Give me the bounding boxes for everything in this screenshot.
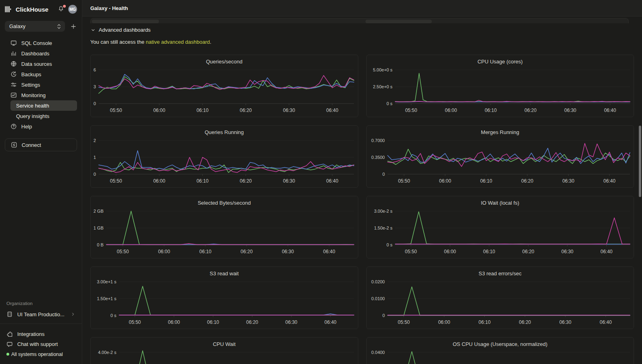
organization-switcher[interactable]: UI Team Productio...	[5, 311, 77, 317]
notifications-button[interactable]	[58, 6, 65, 13]
svg-text:06:20: 06:20	[524, 108, 536, 113]
chat-support-label: Chat with support	[17, 341, 58, 347]
chart-panel-cpu-usage-cores[interactable]: CPU Usage (cores)0 s2.50e+0 s5.00e+0 s05…	[366, 55, 634, 117]
svg-text:5.00e+0 s: 5.00e+0 s	[373, 67, 392, 72]
partially-scrolled-card	[90, 18, 629, 23]
svg-text:3.00e+1 s: 3.00e+1 s	[97, 279, 116, 284]
svg-text:06:30: 06:30	[285, 319, 297, 325]
chart-panel-merges-running[interactable]: Merges Running00.35000.700005:5006:0006:…	[366, 125, 634, 188]
svg-text:06:30: 06:30	[559, 319, 571, 325]
sidebar-item-label: Backups	[21, 71, 41, 77]
add-service-button[interactable]	[70, 23, 77, 30]
svg-text:06:00: 06:00	[153, 108, 165, 113]
svg-text:06:30: 06:30	[564, 108, 576, 113]
svg-text:06:10: 06:10	[199, 249, 211, 254]
svg-text:6: 6	[93, 67, 96, 72]
svg-text:06:20: 06:20	[241, 249, 253, 254]
backups-icon	[10, 71, 17, 77]
chart-panel-queries-second[interactable]: Queries/second03605:5006:0006:1006:2006:…	[90, 55, 358, 117]
chart-panel-io-wait-local-fs[interactable]: IO Wait (local fs)0 s1.50e-2 s3.00e-2 s0…	[366, 196, 634, 258]
organization-name: UI Team Productio...	[17, 311, 65, 317]
chart-panel-selected-bytes-second[interactable]: Selected Bytes/second0 B1 GB2 GB05:5006:…	[90, 196, 358, 258]
chart-canvas: 00.01000.020005:5006:0006:1006:2006:3006…	[367, 267, 634, 329]
connect-button[interactable]: Connect	[5, 138, 77, 151]
connect-icon	[11, 142, 17, 148]
sidebar-item-backups[interactable]: Backups	[5, 69, 77, 79]
sidebar-item-sql-console[interactable]: SQL Console	[5, 38, 77, 48]
advanced-dashboards-toggle[interactable]: Advanced dashboards	[90, 27, 634, 33]
status-dot-icon	[6, 353, 9, 356]
chart-panel-queries-running[interactable]: Queries Running01205:5006:0006:1006:2006…	[90, 125, 358, 188]
advanced-dashboards-label: Advanced dashboards	[99, 27, 150, 33]
sidebar-item-integrations[interactable]: Integrations	[5, 329, 77, 339]
svg-text:06:00: 06:00	[158, 249, 170, 254]
system-status-link[interactable]: All systems operational	[5, 349, 77, 359]
svg-text:06:40: 06:40	[324, 319, 336, 325]
svg-text:06:10: 06:10	[484, 108, 496, 113]
native-advanced-dashboard-link[interactable]: native advanced dashboard	[146, 39, 210, 45]
chart-panel-os-cpu-usage-userspace-normalized[interactable]: OS CPU Usage (Userspace, normalized)00.0…	[366, 337, 634, 364]
svg-text:06:40: 06:40	[604, 108, 616, 113]
page-title: Galaxy - Health	[90, 5, 128, 11]
notice-suffix: .	[210, 39, 211, 45]
svg-text:0: 0	[93, 172, 96, 177]
svg-text:1: 1	[93, 155, 96, 160]
svg-text:0.7000: 0.7000	[371, 138, 385, 143]
svg-text:06:20: 06:20	[522, 249, 534, 254]
data-sources-icon	[10, 61, 17, 67]
sidebar-item-dashboards[interactable]: Dashboards	[5, 48, 77, 59]
svg-text:0 B: 0 B	[97, 242, 104, 247]
vertical-scrollbar-thumb[interactable]	[639, 126, 641, 197]
svg-text:06:10: 06:10	[483, 249, 495, 254]
sidebar-item-label: Query insights	[16, 113, 49, 119]
svg-text:0: 0	[93, 101, 96, 106]
svg-text:0 s: 0 s	[110, 313, 116, 318]
avatar[interactable]: MG	[68, 5, 77, 14]
sidebar-item-label: Service health	[16, 103, 49, 109]
advanced-dashboard-notice: You can still access the native advanced…	[90, 39, 634, 45]
monitoring-icon	[10, 92, 17, 98]
svg-text:06:20: 06:20	[519, 319, 531, 325]
organization-heading: Organization	[6, 301, 77, 306]
chart-canvas: 03605:5006:0006:1006:2006:3006:40	[91, 55, 358, 117]
chat-bubble-icon	[6, 341, 13, 348]
svg-text:06:40: 06:40	[603, 178, 615, 184]
svg-text:06:10: 06:10	[207, 319, 219, 325]
svg-text:06:00: 06:00	[153, 178, 165, 184]
service-selector[interactable]: Galaxy	[5, 21, 65, 32]
brand-name: ClickHouse	[16, 6, 49, 13]
chart-canvas: 0 s1.50e-2 s3.00e-2 s05:5006:0006:1006:2…	[367, 196, 634, 258]
svg-text:05:50: 05:50	[398, 319, 410, 325]
sidebar-item-query-insights[interactable]: Query insights	[10, 111, 77, 121]
dashboards-icon	[10, 50, 17, 57]
svg-text:2: 2	[93, 138, 96, 143]
sidebar-item-service-health[interactable]: Service health	[10, 100, 77, 111]
connect-label: Connect	[22, 142, 41, 148]
svg-text:1.50e+1 s: 1.50e+1 s	[97, 296, 116, 301]
sidebar-item-help[interactable]: Help	[5, 121, 77, 132]
plus-icon	[70, 23, 77, 30]
svg-text:3.00e-2 s: 3.00e-2 s	[374, 209, 392, 214]
svg-text:06:10: 06:10	[197, 178, 209, 184]
sidebar-item-data-sources[interactable]: Data sources	[5, 59, 77, 69]
svg-text:06:30: 06:30	[562, 178, 574, 184]
chart-panel-s3-read-wait[interactable]: S3 read wait0 s1.50e+1 s3.00e+1 s05:5006…	[90, 266, 358, 329]
chart-panel-cpu-wait[interactable]: CPU Wait0 s2.00e-2 s4.00e-2 s05:5006:000…	[90, 337, 358, 364]
svg-text:1 GB: 1 GB	[93, 226, 104, 230]
svg-text:06:40: 06:40	[326, 178, 338, 184]
select-arrows-icon	[57, 23, 61, 30]
chart-canvas: 0 s1.50e+1 s3.00e+1 s05:5006:0006:1006:2…	[91, 267, 358, 329]
svg-text:05:50: 05:50	[398, 178, 410, 184]
chart-panel-s3-read-errors-sec[interactable]: S3 read errors/sec00.01000.020005:5006:0…	[366, 266, 634, 329]
svg-text:06:20: 06:20	[246, 319, 258, 325]
svg-text:0: 0	[382, 313, 384, 318]
status-label: All systems operational	[11, 352, 63, 357]
sidebar-item-settings[interactable]: Settings	[5, 79, 77, 90]
content: Advanced dashboards You can still access…	[82, 17, 642, 364]
page-header: Galaxy - Health	[82, 0, 642, 16]
chart-canvas: 0 s2.50e+0 s5.00e+0 s05:5006:0006:1006:2…	[367, 55, 634, 117]
chart-canvas: 01205:5006:0006:1006:2006:3006:40	[91, 126, 358, 188]
sidebar-item-chat-support[interactable]: Chat with support	[5, 339, 77, 349]
sidebar-item-monitoring[interactable]: Monitoring	[5, 90, 77, 100]
svg-text:05:50: 05:50	[110, 108, 122, 113]
